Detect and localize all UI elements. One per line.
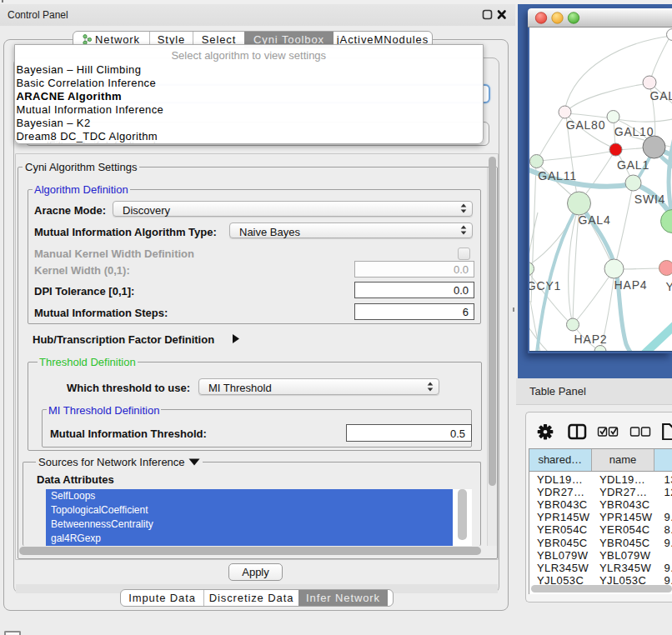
svg-text:SWI4: SWI4 <box>634 192 664 205</box>
svg-text:YM: YM <box>665 280 672 293</box>
svg-text:GCY1: GCY1 <box>529 278 561 292</box>
svg-text:GAL1: GAL1 <box>617 158 649 171</box>
svg-text:GAL10: GAL10 <box>614 124 654 138</box>
svg-text:HAP4: HAP4 <box>614 278 647 291</box>
svg-text:GAL4: GAL4 <box>578 212 610 226</box>
svg-text:HAP2: HAP2 <box>574 332 607 345</box>
svg-text:GAL80: GAL80 <box>565 118 605 132</box>
svg-text:GAL7: GAL7 <box>649 88 672 102</box>
svg-text:GAL11: GAL11 <box>538 168 577 182</box>
